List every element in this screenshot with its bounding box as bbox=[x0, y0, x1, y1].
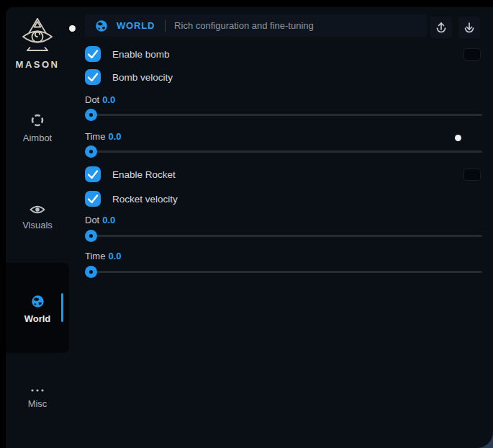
slider-value: 0.0 bbox=[108, 251, 121, 261]
app-title: MASON bbox=[6, 59, 69, 70]
globe-icon bbox=[95, 19, 108, 32]
slider-time-rocket[interactable] bbox=[85, 266, 482, 278]
page-header: WORLD Rich configuration and fine-tuning bbox=[85, 14, 427, 37]
sidebar-item-label: World bbox=[24, 313, 51, 324]
eye-icon bbox=[30, 205, 45, 215]
checkbox-bomb-velocity[interactable] bbox=[85, 69, 101, 85]
setting-label: Rocket velocity bbox=[112, 194, 178, 205]
slider-dot-rocket[interactable] bbox=[85, 230, 482, 242]
header-divider bbox=[165, 20, 166, 32]
slider-track[interactable] bbox=[85, 235, 482, 237]
sidebar-item-label: Misc bbox=[28, 398, 48, 409]
mason-menu-window: MASON Aimbot Visuals World bbox=[6, 7, 493, 448]
cursor-dot bbox=[455, 135, 461, 141]
slider-track[interactable] bbox=[85, 114, 482, 116]
color-swatch[interactable] bbox=[463, 48, 481, 61]
selected-indicator-bar bbox=[61, 293, 63, 322]
slider-label-time: Time0.0 bbox=[85, 251, 121, 261]
sidebar-item-label: Visuals bbox=[22, 220, 53, 230]
slider-label-dot: Dot0.0 bbox=[85, 94, 115, 105]
checkbox-rocket-velocity[interactable] bbox=[85, 191, 101, 207]
setting-label: Enable Rocket bbox=[112, 169, 176, 180]
slider-value: 0.0 bbox=[108, 131, 121, 142]
app-logo: MASON bbox=[6, 17, 69, 70]
setting-label: Enable bomb bbox=[112, 49, 170, 60]
slider-dot[interactable] bbox=[85, 109, 482, 121]
ellipsis-icon bbox=[30, 387, 45, 393]
page-subtitle: Rich configuration and fine-tuning bbox=[174, 20, 314, 31]
checkbox-enable-bomb[interactable] bbox=[85, 46, 101, 62]
sidebar-item-misc[interactable]: Misc bbox=[6, 387, 69, 421]
checkmark-icon bbox=[85, 191, 101, 207]
slider-handle[interactable] bbox=[85, 145, 97, 158]
export-config-button[interactable] bbox=[430, 17, 452, 38]
setting-row-enable-rocket: Enable Rocket bbox=[85, 166, 482, 182]
slider-track[interactable] bbox=[85, 271, 482, 273]
slider-handle[interactable] bbox=[85, 230, 97, 242]
globe-icon bbox=[31, 295, 45, 308]
sidebar: MASON Aimbot Visuals World bbox=[6, 7, 79, 448]
setting-row-bomb-velocity: Bomb velocity bbox=[85, 69, 482, 85]
color-swatch[interactable] bbox=[463, 169, 481, 181]
slider-label-dot: Dot0.0 bbox=[85, 215, 115, 225]
checkmark-icon bbox=[85, 166, 101, 182]
slider-track[interactable] bbox=[85, 151, 482, 153]
download-icon bbox=[463, 21, 476, 34]
slider-value: 0.0 bbox=[102, 94, 115, 105]
sidebar-item-aimbot[interactable]: Aimbot bbox=[6, 113, 69, 146]
upload-icon bbox=[435, 21, 448, 34]
setting-row-rocket-velocity: Rocket velocity bbox=[85, 191, 482, 207]
checkmark-icon bbox=[85, 46, 101, 62]
slider-value: 0.0 bbox=[102, 215, 115, 225]
sidebar-item-visuals[interactable]: Visuals bbox=[6, 205, 69, 238]
setting-row-enable-bomb: Enable bomb bbox=[85, 46, 482, 62]
checkbox-enable-rocket[interactable] bbox=[85, 166, 101, 182]
sidebar-item-world[interactable]: World bbox=[6, 263, 69, 353]
slider-handle[interactable] bbox=[85, 109, 97, 121]
slider-handle[interactable] bbox=[85, 266, 97, 278]
setting-label: Bomb velocity bbox=[112, 72, 173, 83]
import-config-button[interactable] bbox=[458, 17, 480, 38]
crosshair-icon bbox=[30, 113, 45, 127]
cursor-dot bbox=[69, 25, 76, 32]
slider-label-time: Time0.0 bbox=[85, 131, 121, 142]
masonic-eye-logo-icon bbox=[20, 17, 55, 56]
slider-time[interactable] bbox=[85, 145, 482, 158]
page-title[interactable]: WORLD bbox=[117, 20, 155, 31]
sidebar-item-label: Aimbot bbox=[23, 133, 52, 143]
checkmark-icon bbox=[85, 69, 101, 85]
